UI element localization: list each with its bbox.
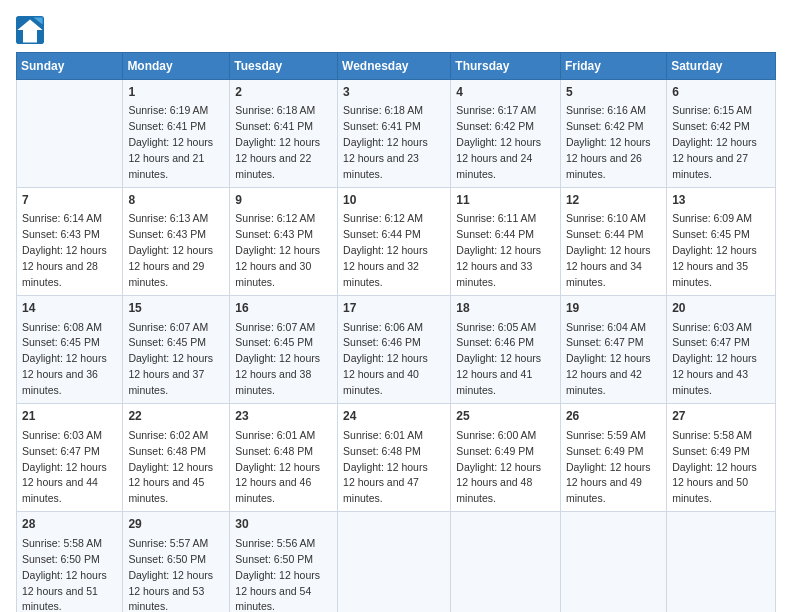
day-number: 22 — [128, 408, 224, 425]
sunrise-info: Sunrise: 6:12 AMSunset: 6:43 PMDaylight:… — [235, 212, 320, 288]
day-number: 3 — [343, 84, 445, 101]
weekday-header: Sunday — [17, 53, 123, 80]
sunrise-info: Sunrise: 6:09 AMSunset: 6:45 PMDaylight:… — [672, 212, 757, 288]
day-number: 24 — [343, 408, 445, 425]
calendar-cell: 1Sunrise: 6:19 AMSunset: 6:41 PMDaylight… — [123, 80, 230, 188]
calendar-cell: 16Sunrise: 6:07 AMSunset: 6:45 PMDayligh… — [230, 296, 338, 404]
sunrise-info: Sunrise: 6:07 AMSunset: 6:45 PMDaylight:… — [128, 321, 213, 397]
calendar-cell — [451, 512, 561, 612]
sunrise-info: Sunrise: 6:06 AMSunset: 6:46 PMDaylight:… — [343, 321, 428, 397]
day-number: 15 — [128, 300, 224, 317]
sunrise-info: Sunrise: 5:59 AMSunset: 6:49 PMDaylight:… — [566, 429, 651, 505]
sunrise-info: Sunrise: 6:14 AMSunset: 6:43 PMDaylight:… — [22, 212, 107, 288]
day-number: 11 — [456, 192, 555, 209]
day-number: 9 — [235, 192, 332, 209]
day-number: 1 — [128, 84, 224, 101]
day-number: 2 — [235, 84, 332, 101]
sunrise-info: Sunrise: 5:58 AMSunset: 6:49 PMDaylight:… — [672, 429, 757, 505]
calendar-cell — [560, 512, 666, 612]
sunrise-info: Sunrise: 6:03 AMSunset: 6:47 PMDaylight:… — [672, 321, 757, 397]
sunrise-info: Sunrise: 6:08 AMSunset: 6:45 PMDaylight:… — [22, 321, 107, 397]
sunrise-info: Sunrise: 6:05 AMSunset: 6:46 PMDaylight:… — [456, 321, 541, 397]
calendar-cell: 9Sunrise: 6:12 AMSunset: 6:43 PMDaylight… — [230, 188, 338, 296]
day-number: 19 — [566, 300, 661, 317]
calendar-cell: 14Sunrise: 6:08 AMSunset: 6:45 PMDayligh… — [17, 296, 123, 404]
day-number: 29 — [128, 516, 224, 533]
calendar-week-row: 7Sunrise: 6:14 AMSunset: 6:43 PMDaylight… — [17, 188, 776, 296]
day-number: 17 — [343, 300, 445, 317]
calendar-cell — [338, 512, 451, 612]
sunrise-info: Sunrise: 6:16 AMSunset: 6:42 PMDaylight:… — [566, 104, 651, 180]
day-number: 18 — [456, 300, 555, 317]
calendar-cell: 7Sunrise: 6:14 AMSunset: 6:43 PMDaylight… — [17, 188, 123, 296]
calendar-cell: 4Sunrise: 6:17 AMSunset: 6:42 PMDaylight… — [451, 80, 561, 188]
calendar-cell: 27Sunrise: 5:58 AMSunset: 6:49 PMDayligh… — [667, 404, 776, 512]
day-number: 7 — [22, 192, 117, 209]
sunrise-info: Sunrise: 6:18 AMSunset: 6:41 PMDaylight:… — [343, 104, 428, 180]
day-number: 10 — [343, 192, 445, 209]
day-number: 14 — [22, 300, 117, 317]
calendar-cell: 3Sunrise: 6:18 AMSunset: 6:41 PMDaylight… — [338, 80, 451, 188]
sunrise-info: Sunrise: 6:19 AMSunset: 6:41 PMDaylight:… — [128, 104, 213, 180]
page-header — [16, 16, 776, 44]
sunrise-info: Sunrise: 5:58 AMSunset: 6:50 PMDaylight:… — [22, 537, 107, 612]
calendar-cell: 24Sunrise: 6:01 AMSunset: 6:48 PMDayligh… — [338, 404, 451, 512]
calendar-cell: 20Sunrise: 6:03 AMSunset: 6:47 PMDayligh… — [667, 296, 776, 404]
sunrise-info: Sunrise: 6:01 AMSunset: 6:48 PMDaylight:… — [235, 429, 320, 505]
day-number: 25 — [456, 408, 555, 425]
day-number: 21 — [22, 408, 117, 425]
sunrise-info: Sunrise: 5:56 AMSunset: 6:50 PMDaylight:… — [235, 537, 320, 612]
day-number: 26 — [566, 408, 661, 425]
weekday-header: Saturday — [667, 53, 776, 80]
weekday-header: Monday — [123, 53, 230, 80]
calendar-header-row: SundayMondayTuesdayWednesdayThursdayFrid… — [17, 53, 776, 80]
calendar-cell: 6Sunrise: 6:15 AMSunset: 6:42 PMDaylight… — [667, 80, 776, 188]
calendar-cell: 23Sunrise: 6:01 AMSunset: 6:48 PMDayligh… — [230, 404, 338, 512]
calendar-cell: 12Sunrise: 6:10 AMSunset: 6:44 PMDayligh… — [560, 188, 666, 296]
calendar-cell: 21Sunrise: 6:03 AMSunset: 6:47 PMDayligh… — [17, 404, 123, 512]
sunrise-info: Sunrise: 6:02 AMSunset: 6:48 PMDaylight:… — [128, 429, 213, 505]
sunrise-info: Sunrise: 5:57 AMSunset: 6:50 PMDaylight:… — [128, 537, 213, 612]
calendar-cell: 28Sunrise: 5:58 AMSunset: 6:50 PMDayligh… — [17, 512, 123, 612]
sunrise-info: Sunrise: 6:03 AMSunset: 6:47 PMDaylight:… — [22, 429, 107, 505]
logo — [16, 16, 48, 44]
calendar-cell: 22Sunrise: 6:02 AMSunset: 6:48 PMDayligh… — [123, 404, 230, 512]
day-number: 5 — [566, 84, 661, 101]
calendar-cell: 5Sunrise: 6:16 AMSunset: 6:42 PMDaylight… — [560, 80, 666, 188]
calendar-cell: 11Sunrise: 6:11 AMSunset: 6:44 PMDayligh… — [451, 188, 561, 296]
sunrise-info: Sunrise: 6:07 AMSunset: 6:45 PMDaylight:… — [235, 321, 320, 397]
calendar-cell — [667, 512, 776, 612]
day-number: 4 — [456, 84, 555, 101]
calendar-cell: 19Sunrise: 6:04 AMSunset: 6:47 PMDayligh… — [560, 296, 666, 404]
calendar-week-row: 21Sunrise: 6:03 AMSunset: 6:47 PMDayligh… — [17, 404, 776, 512]
day-number: 30 — [235, 516, 332, 533]
calendar-cell: 26Sunrise: 5:59 AMSunset: 6:49 PMDayligh… — [560, 404, 666, 512]
calendar-week-row: 28Sunrise: 5:58 AMSunset: 6:50 PMDayligh… — [17, 512, 776, 612]
day-number: 23 — [235, 408, 332, 425]
calendar-cell: 10Sunrise: 6:12 AMSunset: 6:44 PMDayligh… — [338, 188, 451, 296]
day-number: 8 — [128, 192, 224, 209]
day-number: 6 — [672, 84, 770, 101]
sunrise-info: Sunrise: 6:10 AMSunset: 6:44 PMDaylight:… — [566, 212, 651, 288]
logo-icon — [16, 16, 44, 44]
day-number: 28 — [22, 516, 117, 533]
calendar-week-row: 14Sunrise: 6:08 AMSunset: 6:45 PMDayligh… — [17, 296, 776, 404]
calendar-cell — [17, 80, 123, 188]
day-number: 13 — [672, 192, 770, 209]
day-number: 16 — [235, 300, 332, 317]
calendar-cell: 29Sunrise: 5:57 AMSunset: 6:50 PMDayligh… — [123, 512, 230, 612]
weekday-header: Tuesday — [230, 53, 338, 80]
sunrise-info: Sunrise: 6:01 AMSunset: 6:48 PMDaylight:… — [343, 429, 428, 505]
calendar-week-row: 1Sunrise: 6:19 AMSunset: 6:41 PMDaylight… — [17, 80, 776, 188]
weekday-header: Wednesday — [338, 53, 451, 80]
weekday-header: Thursday — [451, 53, 561, 80]
day-number: 12 — [566, 192, 661, 209]
calendar-cell: 30Sunrise: 5:56 AMSunset: 6:50 PMDayligh… — [230, 512, 338, 612]
sunrise-info: Sunrise: 6:13 AMSunset: 6:43 PMDaylight:… — [128, 212, 213, 288]
calendar-cell: 13Sunrise: 6:09 AMSunset: 6:45 PMDayligh… — [667, 188, 776, 296]
calendar-cell: 18Sunrise: 6:05 AMSunset: 6:46 PMDayligh… — [451, 296, 561, 404]
day-number: 20 — [672, 300, 770, 317]
calendar-table: SundayMondayTuesdayWednesdayThursdayFrid… — [16, 52, 776, 612]
day-number: 27 — [672, 408, 770, 425]
calendar-cell: 17Sunrise: 6:06 AMSunset: 6:46 PMDayligh… — [338, 296, 451, 404]
